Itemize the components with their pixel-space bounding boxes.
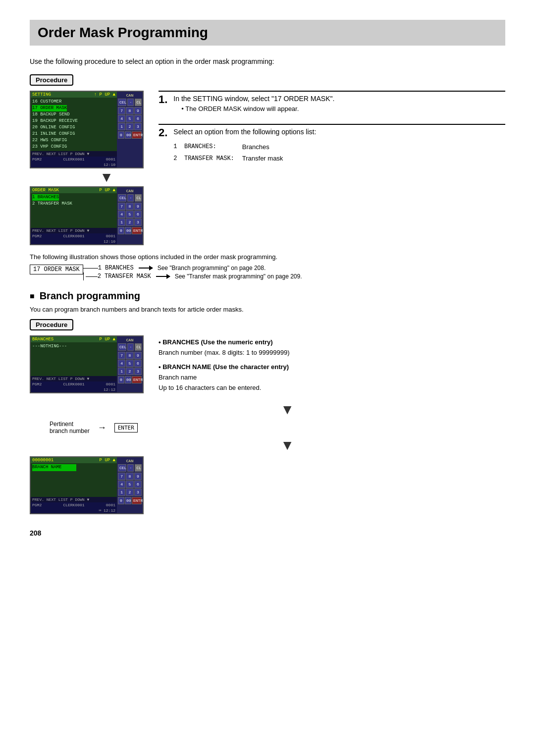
screen4-num1[interactable]: 1 bbox=[118, 488, 125, 496]
screen2-clerk: CLERK0001 bbox=[63, 234, 84, 238]
screen1-clerk: CLERK0001 bbox=[63, 157, 84, 162]
screen2-entr[interactable]: ENTR bbox=[132, 227, 142, 234]
screen3-header-left: BRANCHES bbox=[32, 337, 54, 342]
screen1-cel-btn[interactable]: CEL bbox=[118, 99, 126, 106]
screen3-num6[interactable]: 6 bbox=[134, 360, 142, 367]
screen4-num9[interactable]: 9 bbox=[134, 473, 142, 480]
screen4-dot-btn[interactable]: · bbox=[127, 464, 134, 472]
screen1-dot-btn[interactable]: · bbox=[127, 99, 134, 106]
screen1-num9[interactable]: 9 bbox=[134, 107, 142, 114]
screen1-num6[interactable]: 6 bbox=[134, 115, 142, 122]
screen3-can: CAN bbox=[126, 338, 133, 342]
screen2-num9[interactable]: 9 bbox=[134, 203, 142, 210]
screen2-cel-btn[interactable]: CEL bbox=[118, 194, 126, 202]
setting-screen: SETTING ↑ P UP ▲ 16 CUSTOMER 17 ORDER MA… bbox=[30, 91, 144, 168]
pertinent-arrow-icon: → bbox=[98, 423, 107, 433]
screen1-num8[interactable]: 8 bbox=[126, 107, 133, 114]
screen4-num8[interactable]: 8 bbox=[126, 473, 133, 480]
screen1-num00[interactable]: 00 bbox=[125, 131, 131, 139]
screen4-num3[interactable]: 3 bbox=[134, 488, 142, 496]
screen1-row-7: 23 VHP CONFIG bbox=[32, 144, 115, 150]
screen1-num5[interactable]: 5 bbox=[126, 115, 133, 122]
screen2-num6[interactable]: 6 bbox=[134, 211, 142, 218]
screen3-num8[interactable]: 8 bbox=[126, 352, 133, 359]
screen2-num3[interactable]: 3 bbox=[134, 218, 142, 226]
screen1-num7[interactable]: 7 bbox=[118, 107, 125, 114]
screen1-row-4: 20 ONLINE CONFIG bbox=[32, 124, 115, 131]
screen2-num7[interactable]: 7 bbox=[118, 203, 125, 210]
screen3-header-mid: P UP ▲ bbox=[100, 337, 115, 342]
option-row-1: 2 TRANSFER MASK: Transfer mask bbox=[173, 153, 291, 164]
screen2-num8[interactable]: 8 bbox=[126, 203, 133, 210]
screen1-row-3: 19 BACKUP RECEIVE bbox=[32, 118, 115, 124]
screen1-row-2: 18 BACKUP SEND bbox=[32, 111, 115, 118]
screen4-num5[interactable]: 5 bbox=[126, 481, 133, 488]
screen3-footer-nav: PREV. NEXT LIST P DOWN ▼ bbox=[32, 377, 89, 381]
screen3-num0[interactable]: 0 bbox=[118, 376, 124, 383]
screen2-num1[interactable]: 1 bbox=[118, 218, 125, 226]
screen3-cl-btn[interactable]: CL bbox=[135, 343, 142, 351]
diagram-container: 17 ORDER MASK 1 BRANCHES See "Branch pro… bbox=[30, 265, 505, 280]
screen3-num9[interactable]: 9 bbox=[134, 352, 142, 359]
screen4-row-0: BRANCH NAME bbox=[32, 464, 115, 471]
screen1-num2[interactable]: 2 bbox=[126, 123, 133, 130]
screen4-pgm: PGM2 bbox=[32, 503, 42, 507]
screen2-num4[interactable]: 4 bbox=[118, 211, 125, 218]
screen3-num00[interactable]: 00 bbox=[125, 376, 131, 383]
section2-heading: Branch programming bbox=[30, 290, 505, 302]
screen3-num7[interactable]: 7 bbox=[118, 352, 125, 359]
screen2-num5[interactable]: 5 bbox=[126, 211, 133, 218]
screen4-num0[interactable]: 0 bbox=[118, 497, 124, 504]
screen3-num2[interactable]: 2 bbox=[126, 368, 133, 375]
bullet1: • BRANCHES (Use the numeric entry) Branc… bbox=[159, 337, 289, 358]
option-row-0: 1 BRANCHES: Branches bbox=[173, 141, 291, 153]
screen1-cl-btn[interactable]: CL bbox=[135, 99, 142, 106]
diag-root: 17 ORDER MASK bbox=[30, 265, 83, 274]
step1-sub: • The ORDER MASK window will appear. bbox=[181, 104, 334, 114]
screen1-row-6: 22 HWS CONFIG bbox=[32, 137, 115, 144]
screen3-num1[interactable]: 1 bbox=[118, 368, 125, 375]
screen2-num: 0001 bbox=[106, 234, 115, 238]
screen2-row-0: 1 BRANCHES bbox=[32, 194, 115, 201]
screen4-num4[interactable]: 4 bbox=[118, 481, 125, 488]
screen2-dot-btn[interactable]: · bbox=[127, 194, 134, 202]
bullet2-body2: Up to 16 characters can be entered. bbox=[159, 384, 261, 391]
screen3-dot-btn[interactable]: · bbox=[127, 343, 134, 351]
screen1-num1[interactable]: 1 bbox=[118, 123, 125, 130]
step2-options: 1 BRANCHES: Branches 2 TRANSFER MASK: Tr… bbox=[173, 141, 316, 164]
screen1-entr[interactable]: ENTR bbox=[132, 131, 142, 139]
branch-name-screen: 00000001 P UP ▲ BRANCH NAME PREV. NEXT L… bbox=[30, 456, 144, 514]
screen2-cl-btn[interactable]: CL bbox=[135, 194, 142, 202]
screen4-cl-btn[interactable]: CL bbox=[135, 464, 142, 472]
screen4-num00[interactable]: 00 bbox=[125, 497, 131, 504]
screen4-time: ⌨ 12:12 bbox=[99, 508, 115, 513]
bullet1-title: • BRANCHES (Use the numeric entry) bbox=[159, 338, 273, 346]
page-number: 208 bbox=[30, 529, 505, 537]
screen4-cel-btn[interactable]: CEL bbox=[118, 464, 126, 472]
bullet-info: • BRANCHES (Use the numeric entry) Branc… bbox=[159, 335, 289, 397]
screen1-num0[interactable]: 0 bbox=[118, 131, 124, 139]
screen2-num0[interactable]: 0 bbox=[118, 227, 124, 234]
screen4-num2[interactable]: 2 bbox=[126, 488, 133, 496]
screen4-num7[interactable]: 7 bbox=[118, 473, 125, 480]
screen2-num2[interactable]: 2 bbox=[126, 218, 133, 226]
screen2-footer-nav: PREV. NEXT LIST P DOWN ▼ bbox=[32, 228, 89, 233]
screen4-footer-nav: PREV. NEXT LIST P DOWN ▼ bbox=[32, 497, 89, 502]
pertinent-row: Pertinent branch number → ENTER bbox=[50, 421, 505, 434]
screen3-num3[interactable]: 3 bbox=[134, 368, 142, 375]
screen4-num6[interactable]: 6 bbox=[134, 481, 142, 488]
procedure-box-1: Procedure bbox=[30, 74, 73, 86]
screen4-header-left: 00000001 bbox=[32, 458, 54, 463]
screen1-can: CAN bbox=[126, 93, 133, 98]
screen3-num4[interactable]: 4 bbox=[118, 360, 125, 367]
screen1-num4[interactable]: 4 bbox=[118, 115, 125, 122]
screen3-entr[interactable]: ENTR bbox=[132, 376, 142, 383]
screen3-cel-btn[interactable]: CEL bbox=[118, 343, 126, 351]
enter-key-button[interactable]: ENTER bbox=[114, 423, 138, 432]
screen3-num5[interactable]: 5 bbox=[126, 360, 133, 367]
procedure-box-2: Procedure bbox=[30, 319, 73, 330]
screen4-entr[interactable]: ENTR bbox=[132, 497, 142, 504]
diag-branch-2: 2 TRANSFER MASK bbox=[98, 273, 151, 280]
screen1-num3[interactable]: 3 bbox=[134, 123, 142, 130]
screen2-num00[interactable]: 00 bbox=[125, 227, 131, 234]
